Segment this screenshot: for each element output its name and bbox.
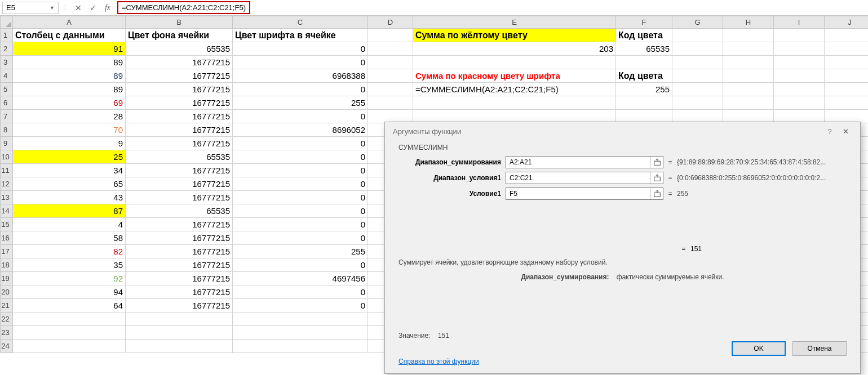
cell-D4[interactable] (368, 69, 413, 83)
cell-A18[interactable]: 35 (13, 258, 126, 272)
row-header-5[interactable]: 5 (1, 83, 13, 96)
row-header-8[interactable]: 8 (1, 123, 13, 137)
cell-B6[interactable]: 16777215 (126, 96, 233, 110)
row-header-13[interactable]: 13 (1, 191, 13, 204)
cell-D2[interactable] (368, 42, 413, 56)
cell-B3[interactable]: 16777215 (126, 56, 233, 69)
cell-B5[interactable]: 16777215 (126, 83, 233, 96)
enter-formula-button[interactable]: ✓ (86, 2, 100, 14)
cell-C20[interactable]: 0 (233, 285, 368, 299)
cell-A24[interactable] (13, 340, 126, 353)
cell-B10[interactable]: 65535 (126, 150, 233, 164)
cell-B22[interactable] (126, 312, 233, 326)
cell-J5[interactable] (825, 83, 869, 96)
cell-B8[interactable]: 16777215 (126, 123, 233, 137)
cell-C3[interactable]: 0 (233, 56, 368, 69)
cell-B23[interactable] (126, 326, 233, 340)
cell-B9[interactable]: 16777215 (126, 137, 233, 150)
cell-A9[interactable]: 9 (13, 137, 126, 150)
dialog-titlebar[interactable]: Аргументы функции ? ✕ (385, 122, 860, 140)
cell-E2[interactable]: 203 (413, 42, 616, 56)
cell-B18[interactable]: 16777215 (126, 258, 233, 272)
cell-C24[interactable] (233, 340, 368, 353)
cell-A1[interactable]: Столбец с данными (13, 29, 126, 42)
cell-F7[interactable] (616, 110, 672, 123)
cell-D3[interactable] (368, 56, 413, 69)
col-header-I[interactable]: I (774, 16, 825, 29)
dialog-close-button[interactable]: ✕ (836, 124, 854, 138)
col-header-H[interactable]: H (723, 16, 774, 29)
cell-A7[interactable]: 28 (13, 110, 126, 123)
cell-B24[interactable] (126, 340, 233, 353)
cell-D1[interactable] (368, 29, 413, 42)
insert-function-button[interactable]: fx (100, 2, 115, 14)
row-header-14[interactable]: 14 (1, 204, 13, 218)
cell-C9[interactable]: 0 (233, 137, 368, 150)
cell-A10[interactable]: 25 (13, 150, 126, 164)
cell-C22[interactable] (233, 312, 368, 326)
cell-C19[interactable]: 4697456 (233, 272, 368, 285)
cell-C14[interactable]: 0 (233, 204, 368, 218)
row-header-12[interactable]: 12 (1, 177, 13, 191)
cell-I5[interactable] (774, 83, 825, 96)
cell-H6[interactable] (723, 96, 774, 110)
cell-B19[interactable]: 16777215 (126, 272, 233, 285)
cell-E1[interactable]: Сумма по жёлтому цвету (413, 29, 616, 42)
range-picker-button[interactable] (650, 188, 663, 199)
cell-C7[interactable]: 0 (233, 110, 368, 123)
cell-C21[interactable]: 0 (233, 299, 368, 312)
cell-A19[interactable]: 92 (13, 272, 126, 285)
row-header-11[interactable]: 11 (1, 164, 13, 177)
col-header-B[interactable]: B (126, 16, 233, 29)
cell-B20[interactable]: 16777215 (126, 285, 233, 299)
row-header-6[interactable]: 6 (1, 96, 13, 110)
cell-H1[interactable] (723, 29, 774, 42)
cell-A14[interactable]: 87 (13, 204, 126, 218)
cell-B16[interactable]: 16777215 (126, 231, 233, 245)
cell-B7[interactable]: 16777215 (126, 110, 233, 123)
cell-C2[interactable]: 0 (233, 42, 368, 56)
cell-A2[interactable]: 91 (13, 42, 126, 56)
chevron-down-icon[interactable]: ▼ (50, 5, 55, 11)
row-header-4[interactable]: 4 (1, 69, 13, 83)
cell-A13[interactable]: 43 (13, 191, 126, 204)
row-header-10[interactable]: 10 (1, 150, 13, 164)
col-header-E[interactable]: E (413, 16, 616, 29)
row-header-1[interactable]: 1 (1, 29, 13, 42)
cell-B15[interactable]: 16777215 (126, 218, 233, 231)
cell-B13[interactable]: 16777215 (126, 191, 233, 204)
cell-C4[interactable]: 6968388 (233, 69, 368, 83)
select-all-corner[interactable] (1, 16, 13, 29)
row-header-15[interactable]: 15 (1, 218, 13, 231)
cell-B2[interactable]: 65535 (126, 42, 233, 56)
cell-F6[interactable] (616, 96, 672, 110)
cell-A21[interactable]: 64 (13, 299, 126, 312)
col-header-A[interactable]: A (13, 16, 126, 29)
cell-F2[interactable]: 65535 (616, 42, 672, 56)
cell-B1[interactable]: Цвет фона ячейки (126, 29, 233, 42)
cell-E5[interactable]: =СУММЕСЛИМН(A2:A21;C2:C21;F5) (413, 83, 616, 96)
cell-A6[interactable]: 69 (13, 96, 126, 110)
cell-C1[interactable]: Цвет шрифта в ячейке (233, 29, 368, 42)
cell-A5[interactable]: 89 (13, 83, 126, 96)
cell-H4[interactable] (723, 69, 774, 83)
cell-J7[interactable] (825, 110, 869, 123)
cell-J4[interactable] (825, 69, 869, 83)
cell-E7[interactable] (413, 110, 616, 123)
cell-B14[interactable]: 65535 (126, 204, 233, 218)
cell-C13[interactable]: 0 (233, 191, 368, 204)
cancel-formula-button[interactable]: ✕ (71, 2, 86, 14)
arg-input-2[interactable] (506, 188, 650, 199)
cell-A12[interactable]: 65 (13, 177, 126, 191)
cancel-button[interactable]: Отмена (792, 341, 847, 356)
cell-J3[interactable] (825, 56, 869, 69)
cell-C16[interactable]: 0 (233, 231, 368, 245)
cell-A4[interactable]: 89 (13, 69, 126, 83)
cell-J1[interactable] (825, 29, 869, 42)
arg-input-1[interactable] (506, 172, 650, 184)
cell-B12[interactable]: 16777215 (126, 177, 233, 191)
cell-A15[interactable]: 4 (13, 218, 126, 231)
formula-input[interactable]: =СУММЕСЛИМН(A2:A21;C2:C21;F5) (115, 2, 866, 14)
cell-E4[interactable]: Сумма по красному цвету шрифта (413, 69, 616, 83)
row-header-2[interactable]: 2 (1, 42, 13, 56)
